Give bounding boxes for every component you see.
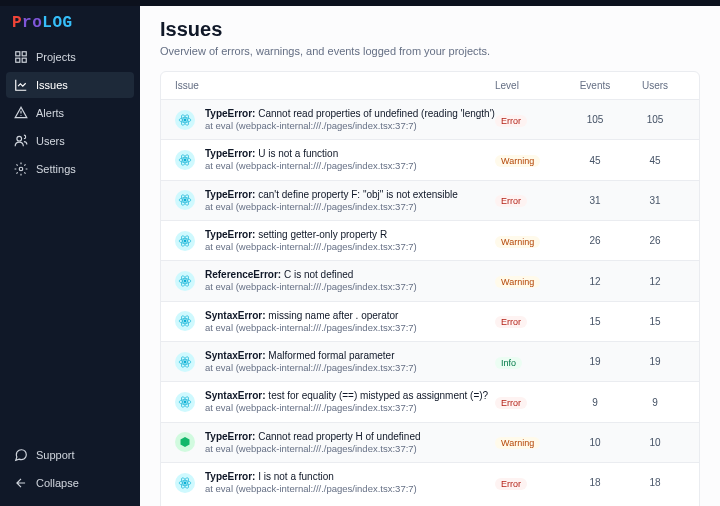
issue-title: ReferenceError: C is not defined bbox=[205, 268, 495, 281]
nav-collapse[interactable]: Collapse bbox=[6, 470, 134, 496]
nav-issues[interactable]: Issues bbox=[6, 72, 134, 98]
level-cell: Error bbox=[495, 395, 565, 409]
issue-text: SyntaxError: missing name after . operat… bbox=[205, 309, 495, 334]
level-cell: Warning bbox=[495, 274, 565, 288]
level-cell: Error bbox=[495, 113, 565, 127]
node-icon bbox=[175, 432, 195, 452]
users-cell: 26 bbox=[625, 235, 685, 246]
nav-label: Support bbox=[36, 449, 75, 461]
events-cell: 12 bbox=[565, 276, 625, 287]
page-subtitle: Overview of errors, warnings, and events… bbox=[160, 45, 700, 57]
level-cell: Error bbox=[495, 314, 565, 328]
table-row[interactable]: TypeError: can't define property F: "obj… bbox=[161, 181, 699, 221]
issue-title: TypeError: Cannot read properties of und… bbox=[205, 107, 495, 120]
react-icon bbox=[175, 190, 195, 210]
main-content: Issues Overview of errors, warnings, and… bbox=[140, 0, 720, 506]
sidebar: ProLOG Projects Issues Alerts Users Sett… bbox=[0, 0, 140, 506]
users-cell: 18 bbox=[625, 477, 685, 488]
svg-point-38 bbox=[184, 482, 186, 484]
table-row[interactable]: TypeError: setting getter-only property … bbox=[161, 221, 699, 261]
col-events: Events bbox=[565, 80, 625, 91]
nav-label: Alerts bbox=[36, 107, 64, 119]
issue-title: TypeError: U is not a function bbox=[205, 147, 495, 160]
svg-point-34 bbox=[184, 401, 186, 403]
main-nav: Projects Issues Alerts Users Settings bbox=[6, 44, 134, 182]
status-badge: Error bbox=[495, 316, 527, 328]
status-badge: Error bbox=[495, 478, 527, 490]
level-cell: Warning bbox=[495, 153, 565, 167]
col-users: Users bbox=[625, 80, 685, 91]
nav-support[interactable]: Support bbox=[6, 442, 134, 468]
react-icon bbox=[175, 271, 195, 291]
react-icon bbox=[175, 311, 195, 331]
nav-label: Projects bbox=[36, 51, 76, 63]
table-row[interactable]: TypeError: I is not a functionat eval (w… bbox=[161, 463, 699, 502]
issue-title: TypeError: setting getter-only property … bbox=[205, 228, 495, 241]
issue-title: SyntaxError: test for equality (==) mist… bbox=[205, 389, 495, 402]
table-row[interactable]: SyntaxError: missing name after . operat… bbox=[161, 302, 699, 342]
issue-subtitle: at eval (webpack-internal:///./pages/ind… bbox=[205, 362, 495, 374]
svg-point-10 bbox=[184, 159, 186, 161]
issue-title: TypeError: can't define property F: "obj… bbox=[205, 188, 495, 201]
level-cell: Error bbox=[495, 193, 565, 207]
issue-text: TypeError: can't define property F: "obj… bbox=[205, 188, 495, 213]
issue-text: TypeError: setting getter-only property … bbox=[205, 228, 495, 253]
nav-users[interactable]: Users bbox=[6, 128, 134, 154]
users-cell: 31 bbox=[625, 195, 685, 206]
table-row[interactable]: SyntaxError: Malformed formal parametera… bbox=[161, 342, 699, 382]
issue-text: TypeError: I is not a functionat eval (w… bbox=[205, 470, 495, 495]
issue-subtitle: at eval (webpack-internal:///./pages/ind… bbox=[205, 241, 495, 253]
level-cell: Warning bbox=[495, 435, 565, 449]
users-cell: 10 bbox=[625, 437, 685, 448]
issue-title: TypeError: I is not a function bbox=[205, 470, 495, 483]
nav-projects[interactable]: Projects bbox=[6, 44, 134, 70]
nav-alerts[interactable]: Alerts bbox=[6, 100, 134, 126]
issue-subtitle: at eval (webpack-internal:///./pages/ind… bbox=[205, 160, 495, 172]
status-badge: Warning bbox=[495, 236, 540, 248]
svg-point-30 bbox=[184, 361, 186, 363]
svg-point-4 bbox=[17, 136, 22, 141]
react-icon bbox=[175, 352, 195, 372]
events-cell: 10 bbox=[565, 437, 625, 448]
issue-subtitle: at eval (webpack-internal:///./pages/ind… bbox=[205, 402, 495, 414]
events-cell: 105 bbox=[565, 114, 625, 125]
nav-settings[interactable]: Settings bbox=[6, 156, 134, 182]
svg-point-5 bbox=[19, 167, 23, 171]
events-cell: 31 bbox=[565, 195, 625, 206]
issue-subtitle: at eval (webpack-internal:///./pages/ind… bbox=[205, 281, 495, 293]
table-row[interactable]: TypeError: Cannot read properties of und… bbox=[161, 100, 699, 140]
users-cell: 45 bbox=[625, 155, 685, 166]
status-badge: Warning bbox=[495, 437, 540, 449]
status-badge: Error bbox=[495, 115, 527, 127]
events-cell: 9 bbox=[565, 397, 625, 408]
users-cell: 12 bbox=[625, 276, 685, 287]
page-title: Issues bbox=[160, 18, 700, 41]
table-row[interactable]: ReferenceError: C is not definedat eval … bbox=[161, 261, 699, 301]
react-icon bbox=[175, 392, 195, 412]
level-cell: Warning bbox=[495, 234, 565, 248]
level-cell: Info bbox=[495, 355, 565, 369]
level-cell: Error bbox=[495, 476, 565, 490]
issue-subtitle: at eval (webpack-internal:///./pages/ind… bbox=[205, 201, 495, 213]
table-row[interactable]: TypeError: Cannot read property H of und… bbox=[161, 423, 699, 463]
react-icon bbox=[175, 231, 195, 251]
status-badge: Error bbox=[495, 195, 527, 207]
events-cell: 19 bbox=[565, 356, 625, 367]
svg-point-6 bbox=[184, 119, 186, 121]
status-badge: Warning bbox=[495, 276, 540, 288]
issue-title: SyntaxError: missing name after . operat… bbox=[205, 309, 495, 322]
issue-subtitle: at eval (webpack-internal:///./pages/ind… bbox=[205, 483, 495, 495]
svg-point-26 bbox=[184, 320, 186, 322]
events-cell: 45 bbox=[565, 155, 625, 166]
svg-rect-0 bbox=[16, 52, 20, 56]
issue-text: TypeError: U is not a functionat eval (w… bbox=[205, 147, 495, 172]
issue-subtitle: at eval (webpack-internal:///./pages/ind… bbox=[205, 443, 495, 455]
issues-table: Issue Level Events Users TypeError: Cann… bbox=[160, 71, 700, 506]
table-row[interactable]: TypeError: U is not a functionat eval (w… bbox=[161, 140, 699, 180]
status-badge: Info bbox=[495, 357, 522, 369]
svg-point-14 bbox=[184, 199, 186, 201]
logo: ProLOG bbox=[6, 14, 134, 44]
issue-subtitle: at eval (webpack-internal:///./pages/ind… bbox=[205, 322, 495, 334]
status-badge: Warning bbox=[495, 155, 540, 167]
table-row[interactable]: SyntaxError: test for equality (==) mist… bbox=[161, 382, 699, 422]
